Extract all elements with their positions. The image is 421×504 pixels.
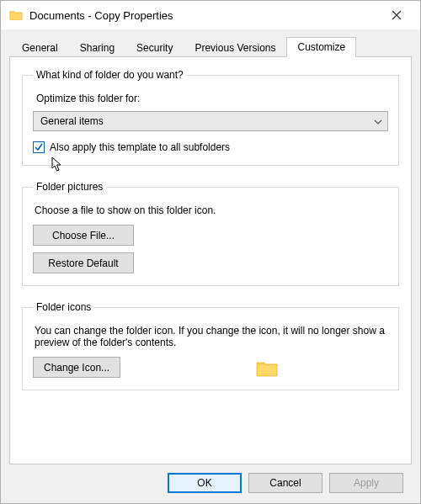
group-folder-kind-legend: What kind of folder do you want? (33, 69, 187, 81)
tab-general[interactable]: General (11, 38, 69, 57)
group-folder-kind: What kind of folder do you want? Optimiz… (22, 69, 399, 166)
choose-file-button[interactable]: Choose File... (33, 225, 134, 246)
optimize-label: Optimize this folder for: (36, 93, 388, 104)
optimize-combo-value: General items (40, 115, 104, 127)
apply-subfolders-label: Also apply this template to all subfolde… (50, 141, 230, 153)
apply-subfolders-checkbox[interactable] (33, 141, 45, 153)
folder-preview-icon (255, 358, 279, 378)
restore-default-button[interactable]: Restore Default (33, 252, 134, 273)
cursor-icon (51, 157, 63, 172)
folder-icon (9, 9, 23, 21)
window-title: Documents - Copy Properties (29, 9, 380, 22)
folder-pictures-caption: Choose a file to show on this folder ico… (35, 204, 388, 216)
chevron-down-icon (374, 117, 382, 125)
properties-dialog: Documents - Copy Properties General Shar… (0, 0, 421, 504)
checkmark-icon (34, 142, 44, 152)
tabstrip: General Sharing Security Previous Versio… (9, 36, 412, 56)
optimize-combo[interactable]: General items (33, 111, 388, 131)
tab-previous-versions[interactable]: Previous Versions (184, 38, 286, 57)
group-folder-icons-legend: Folder icons (33, 301, 94, 313)
group-folder-icons: Folder icons You can change the folder i… (22, 301, 399, 390)
dialog-button-bar: OK Cancel Apply (9, 464, 412, 503)
apply-subfolders-row: Also apply this template to all subfolde… (33, 141, 388, 153)
close-button[interactable] (380, 3, 413, 27)
tab-sharing[interactable]: Sharing (69, 38, 125, 57)
close-icon (392, 10, 402, 20)
group-folder-pictures: Folder pictures Choose a file to show on… (22, 181, 399, 286)
change-icon-button[interactable]: Change Icon... (33, 357, 120, 378)
tab-security[interactable]: Security (125, 38, 184, 57)
tab-customize[interactable]: Customize (286, 37, 356, 57)
cancel-button[interactable]: Cancel (248, 473, 322, 493)
apply-button: Apply (329, 473, 403, 493)
client-area: General Sharing Security Previous Versio… (1, 29, 420, 503)
folder-icons-caption: You can change the folder icon. If you c… (35, 325, 388, 348)
group-folder-pictures-legend: Folder pictures (33, 181, 106, 193)
titlebar: Documents - Copy Properties (1, 1, 420, 29)
customize-panel: What kind of folder do you want? Optimiz… (9, 56, 412, 464)
ok-button[interactable]: OK (168, 473, 242, 493)
